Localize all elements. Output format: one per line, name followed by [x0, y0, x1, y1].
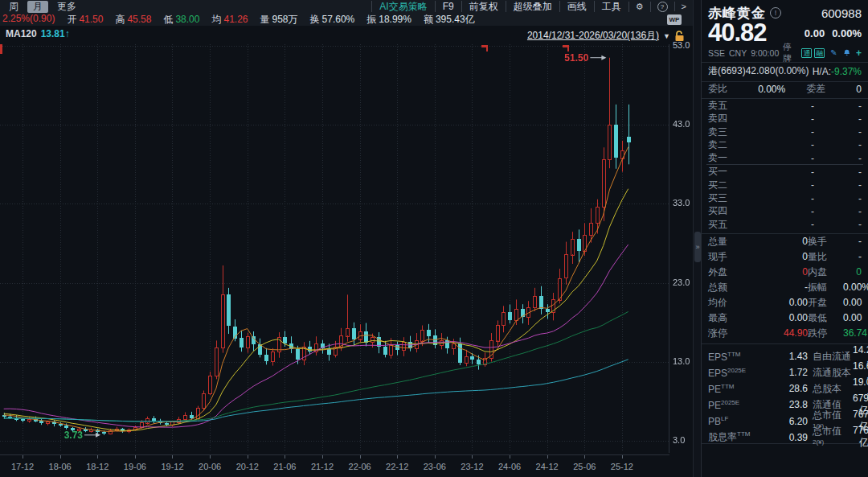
- level-label: 卖一: [708, 151, 740, 165]
- chevron-down-icon[interactable]: ▼: [663, 32, 670, 40]
- stat-开: 开41.50: [67, 13, 103, 27]
- level-volume: -: [814, 139, 862, 150]
- x-tick-mark: [210, 455, 211, 458]
- x-tick-mark: [360, 455, 361, 458]
- help-button[interactable]: ?: [650, 2, 674, 12]
- tab-月[interactable]: 月: [27, 1, 48, 13]
- x-tick-mark: [285, 455, 285, 458]
- stat-低: 低38.00: [163, 13, 199, 27]
- x-tick-mark: [435, 455, 436, 458]
- fin-value: 1.43: [755, 351, 808, 362]
- tab-更多[interactable]: 更多: [51, 1, 82, 13]
- bid-row[interactable]: 买二--: [708, 179, 862, 191]
- fundamental-stats: EPSTTM1.43自由流通14.22亿EPS2025E1.72流通股本16.6…: [708, 344, 862, 441]
- stock-code: 600988: [821, 6, 862, 20]
- quote-time: 9:00:00: [751, 48, 779, 58]
- stat-value: 38.00: [175, 14, 199, 25]
- x-tick-mark: [97, 455, 98, 458]
- gear-icon: ⚙: [636, 2, 644, 12]
- collapse-panel-handle[interactable]: »: [694, 232, 701, 262]
- fin-label: EPS2025E: [708, 367, 755, 379]
- x-tick-label: 20-06: [199, 462, 221, 471]
- stat-均: 均41.26: [211, 13, 248, 27]
- stats-row: 外盘0内盘0: [708, 265, 862, 280]
- stats-row: 总量0换手-: [708, 234, 862, 249]
- price-stats-row: 2.25%(0.90)开41.50高45.58低38.00均41.26量958万…: [2, 13, 475, 27]
- stat-量: 量958万: [260, 13, 298, 27]
- x-tick-label: 25-12: [611, 462, 633, 471]
- x-axis: 17-1218-0618-1219-0619-1220-0620-1221-06…: [0, 454, 669, 477]
- ask-row[interactable]: 卖五--: [708, 99, 862, 112]
- status-badge: 停牌: [783, 42, 797, 64]
- x-tick-mark: [547, 455, 548, 458]
- settings-button[interactable]: ⚙: [628, 2, 650, 12]
- stat-value: 18.99%: [379, 14, 411, 25]
- ask-row[interactable]: 卖三--: [708, 125, 862, 138]
- add-to-watchlist-icon[interactable]: +: [856, 47, 862, 59]
- bid-row[interactable]: 买三--: [708, 191, 862, 204]
- stat-value: -: [737, 282, 808, 293]
- level-price: -: [740, 193, 814, 204]
- toolbar-button-AI交易策略[interactable]: AI交易策略: [371, 1, 434, 12]
- stat-value: 0: [843, 266, 862, 278]
- level-volume: -: [814, 206, 862, 217]
- toolbar-expand-button[interactable]: >: [674, 2, 693, 11]
- fin-label: PE2025E: [708, 399, 755, 411]
- stat-value: 41.50: [79, 14, 103, 25]
- fin-value: 6.20: [755, 416, 808, 427]
- stat-value: 0: [737, 236, 808, 247]
- ask-row[interactable]: 卖二--: [708, 138, 862, 151]
- x-tick-label: 22-12: [386, 462, 408, 471]
- stat-label: 开盘: [808, 296, 843, 310]
- fin-label: 总市值2(¥): [808, 425, 853, 450]
- stat-label: 总额: [708, 281, 737, 294]
- info-icon[interactable]: !: [770, 7, 781, 19]
- margin-badges: 通融: [801, 48, 825, 58]
- level-label: 买一: [708, 165, 740, 179]
- weibi-value: 0.00%: [758, 84, 785, 95]
- fin-label: PETTM: [708, 383, 755, 395]
- level-label: 卖二: [708, 138, 740, 152]
- kline-chart[interactable]: [0, 44, 669, 453]
- bid-row[interactable]: 买五--: [708, 218, 862, 231]
- x-tick-mark: [23, 455, 23, 458]
- stat-value: 0.00%: [843, 282, 868, 293]
- stat-label: 开: [67, 14, 76, 25]
- stat-label: 最高: [708, 311, 737, 325]
- x-tick-mark: [60, 455, 61, 458]
- wp-badge[interactable]: WP: [667, 14, 682, 25]
- toolbar-button-画线[interactable]: 画线: [559, 1, 594, 12]
- x-tick-mark: [322, 455, 323, 458]
- edit-icon[interactable]: ✎: [830, 48, 837, 57]
- toolbar-button-工具[interactable]: 工具: [594, 1, 628, 12]
- stat-label: 低: [163, 14, 173, 25]
- level-label: 买三: [708, 191, 740, 205]
- x-tick-label: 19-12: [161, 462, 183, 471]
- alert-bell-icon[interactable]: [843, 48, 850, 57]
- fin-value: 23.8: [755, 399, 808, 410]
- fin-row: EPSTTM1.43自由流通14.22亿: [708, 344, 862, 360]
- level-price: -: [740, 206, 814, 217]
- level-price: -: [740, 219, 814, 230]
- stat-label: 现手: [708, 250, 737, 264]
- ask-row[interactable]: 卖四--: [708, 112, 862, 125]
- stats-row: 最高0.00最低0.00: [708, 310, 862, 326]
- toolbar-button-超级叠加[interactable]: 超级叠加: [506, 1, 559, 12]
- weibi-label: 委比: [708, 82, 727, 96]
- stat-label: 振幅: [808, 281, 843, 294]
- stat-value: 44.90: [737, 327, 808, 339]
- x-tick-label: 21-06: [273, 462, 296, 471]
- bid-row[interactable]: 买四--: [708, 204, 862, 217]
- tab-周[interactable]: 周: [3, 1, 24, 13]
- bid-row[interactable]: 买一--: [708, 165, 862, 178]
- ha-premium-label: H/A:: [813, 66, 831, 77]
- fin-value: 0.39: [755, 432, 808, 443]
- ask-row[interactable]: 卖一--: [708, 151, 862, 164]
- weicha-label: 委差: [806, 82, 825, 96]
- stats-row: 总额-振幅0.00%: [708, 280, 862, 295]
- level-volume: -: [814, 113, 862, 125]
- toolbar-button-F9[interactable]: F9: [435, 1, 461, 12]
- level-label: 买二: [708, 179, 740, 192]
- date-range-selector[interactable]: 2014/12/31-2026/03/20(136月): [527, 29, 659, 43]
- toolbar-button-前复权[interactable]: 前复权: [461, 1, 506, 12]
